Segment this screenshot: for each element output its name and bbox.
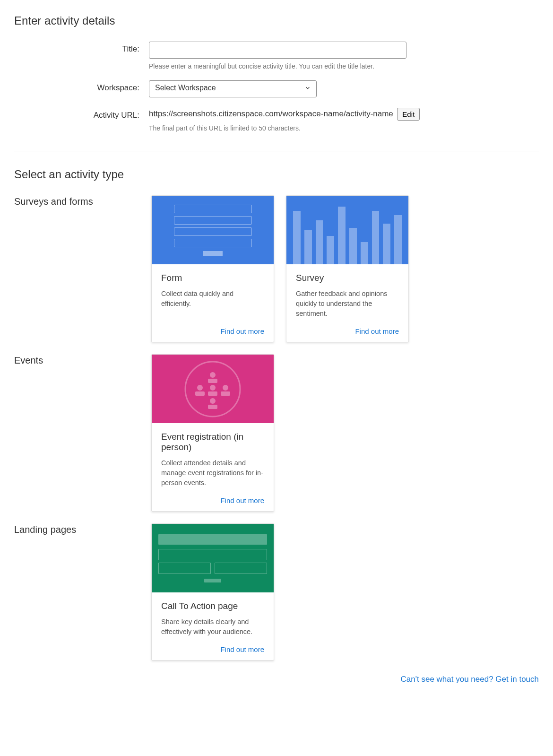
- section-divider: [14, 151, 539, 151]
- type-group-surveys: Surveys and forms Form Collect data quic…: [14, 195, 539, 342]
- form-row-url: Activity URL: https://screenshots.citize…: [14, 108, 539, 132]
- find-out-more-link[interactable]: Find out more: [161, 327, 264, 335]
- form-preview-icon: [152, 196, 274, 264]
- card-title: Call To Action page: [161, 601, 264, 611]
- title-input[interactable]: [149, 42, 406, 59]
- event-preview-icon: [152, 355, 274, 423]
- section-title-details: Enter activity details: [14, 14, 539, 27]
- type-group-events: Events Event registration (in person) C: [14, 354, 539, 512]
- title-label: Title:: [14, 42, 149, 54]
- card-desc: Gather feedback and opinions quickly to …: [296, 289, 399, 319]
- url-value: https://screenshots.citizenspace.com/wor…: [149, 109, 393, 118]
- group-label-landing: Landing pages: [14, 523, 151, 660]
- section-title-type: Select an activity type: [14, 168, 539, 181]
- group-label-surveys: Surveys and forms: [14, 195, 151, 342]
- svg-point-7: [223, 385, 228, 391]
- get-in-touch-link[interactable]: Can't see what you need? Get in touch: [14, 675, 539, 684]
- form-row-workspace: Workspace: Select Workspace: [14, 80, 539, 97]
- svg-point-1: [210, 372, 216, 378]
- svg-rect-8: [221, 391, 230, 396]
- card-desc: Share key details clearly and effectivel…: [161, 617, 264, 637]
- workspace-label: Workspace:: [14, 80, 149, 93]
- card-title: Event registration (in person): [161, 432, 264, 452]
- url-help-text: The final part of this URL is limited to…: [149, 124, 539, 132]
- url-label: Activity URL:: [14, 108, 149, 120]
- card-title: Form: [161, 273, 264, 283]
- landing-preview-icon: [152, 524, 274, 592]
- card-title: Survey: [296, 273, 399, 283]
- card-desc: Collect attendee details and manage even…: [161, 458, 264, 488]
- group-label-events: Events: [14, 354, 151, 512]
- edit-url-button[interactable]: Edit: [397, 108, 420, 121]
- form-row-title: Title: Please enter a meaningful but con…: [14, 42, 539, 70]
- svg-point-3: [197, 385, 203, 391]
- svg-rect-4: [195, 391, 205, 396]
- svg-rect-2: [208, 379, 217, 383]
- card-cta-page[interactable]: Call To Action page Share key details cl…: [151, 523, 274, 660]
- survey-preview-icon: [286, 196, 408, 264]
- workspace-select[interactable]: Select Workspace: [149, 80, 317, 97]
- find-out-more-link[interactable]: Find out more: [296, 327, 399, 335]
- card-survey[interactable]: Survey Gather feedback and opinions quic…: [286, 195, 409, 342]
- find-out-more-link[interactable]: Find out more: [161, 496, 264, 504]
- svg-rect-6: [208, 391, 217, 396]
- title-help-text: Please enter a meaningful but concise ac…: [149, 62, 539, 70]
- find-out-more-link[interactable]: Find out more: [161, 645, 264, 653]
- svg-rect-10: [208, 405, 217, 409]
- type-group-landing: Landing pages Call To Action page Share …: [14, 523, 539, 660]
- card-form[interactable]: Form Collect data quickly and efficientl…: [151, 195, 274, 342]
- card-event-registration[interactable]: Event registration (in person) Collect a…: [151, 354, 274, 512]
- svg-point-5: [210, 385, 216, 391]
- card-desc: Collect data quickly and efficiently.: [161, 289, 264, 319]
- svg-point-9: [210, 398, 216, 404]
